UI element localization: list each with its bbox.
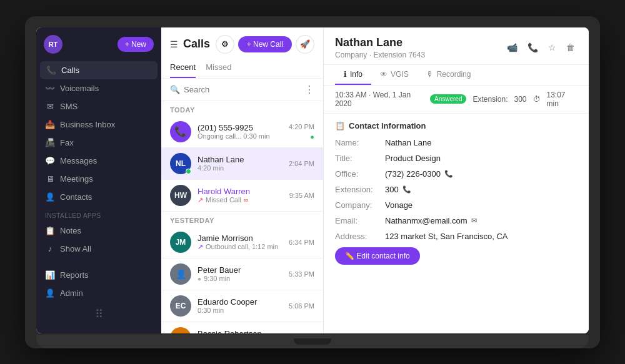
call-sub: ● 9:30 min (198, 275, 282, 282)
admin-icon: 👤 (45, 288, 55, 298)
sidebar-item-admin[interactable]: 👤 Admin (36, 284, 161, 302)
sidebar-item-sms[interactable]: ✉ SMS (36, 97, 161, 116)
rocket-icon: 🚀 (300, 39, 310, 49)
call-duration: 13:07 min (547, 91, 578, 108)
online-dot (186, 169, 191, 174)
status-dot: ● (198, 275, 201, 282)
call-name: Bessie Robertson (198, 329, 282, 333)
contact-section: 📋 Contact Information Name: Nathan Lane … (324, 114, 589, 333)
avatar: 📞 (170, 121, 191, 142)
avatar: BR (170, 327, 191, 333)
contact-row-email: Email: Nathanmx@email.com ✉ (335, 216, 578, 225)
contact-row-company: Company: Vonage (335, 200, 578, 210)
contact-sub: Company · Extension 7643 (335, 51, 425, 59)
contact-section-title: 📋 Contact Information (335, 121, 578, 130)
call-item[interactable]: 📞 (201) 555-9925 Ongoing call... 0:30 mi… (161, 116, 323, 148)
outbound-icon: ↗ (198, 243, 203, 251)
tab-recent[interactable]: Recent (170, 57, 196, 78)
meetings-icon: 🖥 (45, 174, 55, 184)
sidebar-item-business-inbox[interactable]: 📥 Business Inbox (36, 116, 161, 134)
email-label: Email: (335, 216, 385, 225)
call-time: 4:20 PM (289, 123, 314, 130)
call-name: Jamie Morrison (198, 234, 282, 243)
voicemail-icon: ∞ (244, 196, 249, 204)
office-label: Office: (335, 169, 385, 179)
calls-panel-title: Calls (183, 37, 210, 51)
settings-icon: ⚙ (221, 39, 229, 49)
contact-row-name: Name: Nathan Lane (335, 138, 578, 147)
delete-button[interactable]: 🗑 (564, 40, 578, 55)
call-time: 5:06 PM (289, 302, 314, 310)
search-bar: 🔍 ⋮ (161, 79, 323, 101)
call-sub: Ongoing call... 0:30 min (198, 132, 282, 140)
call-item[interactable]: 👤 Peter Bauer ● 9:30 min 5:33 PM (161, 258, 323, 290)
phone-button[interactable]: 📞 (525, 40, 541, 55)
avatar: RT (44, 35, 62, 54)
name-label: Name: (335, 138, 385, 147)
tab-vgis[interactable]: 👁 VGIS (371, 65, 418, 85)
detail-actions: 📹 📞 ☆ 🗑 (504, 40, 578, 55)
call-item[interactable]: EC Eduardo Cooper 0:30 min 5:06 PM (161, 290, 323, 322)
email-icon: ✉ (471, 217, 477, 225)
more-options-icon[interactable]: ⋮ (304, 84, 314, 96)
fax-icon: 📠 (45, 138, 55, 147)
tab-missed[interactable]: Missed (206, 57, 231, 78)
company-value: Vonage (385, 200, 412, 210)
extension-value: 300 📞 (385, 185, 411, 194)
business-inbox-icon: 📥 (45, 120, 55, 129)
star-button[interactable]: ☆ (546, 40, 559, 55)
avatar: NL (170, 153, 191, 174)
rocket-button[interactable]: 🚀 (296, 35, 314, 54)
name-value: Nathan Lane (385, 138, 431, 147)
edit-contact-button[interactable]: ✏️ Edit contact info (335, 247, 420, 265)
sidebar-item-notes[interactable]: 📋 Notes (36, 222, 161, 240)
hamburger-icon[interactable]: ☰ (170, 39, 178, 49)
contact-row-extension: Extension: 300 📞 (335, 185, 578, 194)
sidebar-item-voicemails[interactable]: 〰️ Voicemails (36, 79, 161, 97)
show-all-icon: ♪ (45, 244, 55, 253)
call-item[interactable]: HW Harold Warren ↗ Missed Call ∞ 9:35 AM (161, 180, 323, 212)
sidebar-item-calls[interactable]: 📞 Calls (40, 61, 158, 79)
call-item[interactable]: BR Bessie Robertson ↗ Outbound call, 1:1… (161, 322, 323, 333)
sidebar-item-fax[interactable]: 📠 Fax (36, 134, 161, 152)
address-value: 123 market St, San Francisco, CA (385, 232, 508, 241)
call-name: Peter Bauer (198, 265, 282, 275)
call-item[interactable]: JM Jamie Morrison ↗ Outbound call, 1:12 … (161, 227, 323, 258)
call-datetime: 10:33 AM · Wed, 1 Jan 2020 (335, 91, 424, 108)
call-sub: 0:30 min (198, 307, 282, 314)
sidebar-item-show-all[interactable]: ♪ Show All (36, 240, 161, 258)
sidebar-item-reports[interactable]: 📊 Reports (36, 266, 161, 284)
answered-badge: Answered (430, 94, 466, 104)
call-item[interactable]: NL Nathan Lane 4:20 min 2:04 PM (161, 148, 323, 180)
phone-icon: 📞 (402, 185, 411, 194)
today-section-label: TODAY (161, 101, 323, 116)
contact-row-title: Title: Product Design (335, 154, 578, 163)
laptop-notch (294, 338, 331, 345)
info-icon: ℹ (344, 70, 347, 79)
tab-info[interactable]: ℹ Info (335, 65, 371, 85)
sidebar-item-messages[interactable]: 💬 Messages (36, 152, 161, 170)
call-sub: ↗ Missed Call ∞ (198, 196, 283, 204)
avatar: EC (170, 295, 191, 317)
title-label: Title: (335, 154, 385, 163)
tab-recording[interactable]: 🎙 Recording (418, 65, 480, 85)
title-value: Product Design (385, 154, 441, 163)
detail-header: Nathan Lane Company · Extension 7643 📹 📞… (324, 27, 589, 65)
call-name: Harold Warren (198, 187, 283, 196)
detail-tabs: ℹ Info 👁 VGIS 🎙 Recording (324, 65, 589, 86)
contact-row-address: Address: 123 market St, San Francisco, C… (335, 232, 578, 241)
call-name: Eduardo Cooper (198, 297, 282, 307)
sidebar-item-meetings[interactable]: 🖥 Meetings (36, 170, 161, 188)
call-name: Nathan Lane (198, 155, 282, 164)
vgis-icon: 👁 (380, 70, 388, 79)
calls-tabs: Recent Missed (161, 57, 323, 79)
avatar: 👤 (170, 263, 191, 285)
new-call-button[interactable]: + New Call (238, 36, 292, 52)
settings-button[interactable]: ⚙ (216, 35, 234, 54)
notes-icon: 📋 (45, 226, 55, 235)
duration-icon: ⏱ (533, 95, 541, 104)
new-button[interactable]: + New (118, 37, 154, 52)
sidebar-item-contacts[interactable]: 👤 Contacts (36, 188, 161, 206)
search-input[interactable] (184, 85, 301, 94)
video-button[interactable]: 📹 (504, 40, 520, 55)
